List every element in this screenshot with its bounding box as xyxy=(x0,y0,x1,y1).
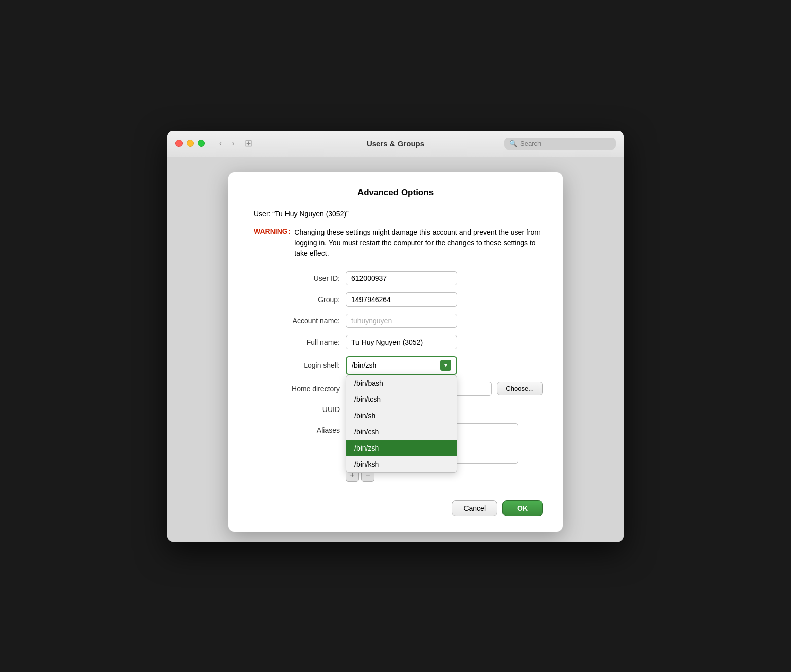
aliases-label: Aliases xyxy=(248,423,340,434)
minimize-button[interactable] xyxy=(187,140,194,147)
back-button[interactable]: ‹ xyxy=(215,137,226,150)
cancel-button[interactable]: Cancel xyxy=(452,500,497,516)
warning-text: Changing these settings might damage thi… xyxy=(294,227,543,259)
forward-button[interactable]: › xyxy=(228,137,238,150)
mac-window: ‹ › ⊞ Users & Groups 🔍 Advanced Options … xyxy=(167,131,624,542)
dialog-title: Advanced Options xyxy=(248,188,543,198)
account-name-label: Account name: xyxy=(248,317,340,325)
full-name-label: Full name: xyxy=(248,338,340,346)
shell-option-zsh[interactable]: /bin/zsh xyxy=(346,440,457,456)
grid-button[interactable]: ⊞ xyxy=(241,136,257,151)
shell-container: /bin/zsh ▾ /bin/bash /bin/tcsh /bin/sh /… xyxy=(346,356,457,375)
account-name-row: Account name: xyxy=(248,314,543,328)
shell-option-sh[interactable]: /bin/sh xyxy=(346,407,457,424)
title-bar: ‹ › ⊞ Users & Groups 🔍 xyxy=(167,131,624,157)
account-name-input[interactable] xyxy=(346,314,457,328)
dialog-footer: Cancel OK xyxy=(248,492,543,516)
login-shell-row: Login shell: /bin/zsh ▾ /bin/bash /bin/t… xyxy=(248,356,543,375)
warning-box: WARNING: Changing these settings might d… xyxy=(254,227,543,259)
warning-label: WARNING: xyxy=(254,227,290,259)
user-id-row: User ID: xyxy=(248,271,543,285)
group-input[interactable] xyxy=(346,292,457,307)
shell-option-csh[interactable]: /bin/csh xyxy=(346,424,457,440)
ok-button[interactable]: OK xyxy=(502,500,543,516)
login-shell-label: Login shell: xyxy=(248,361,340,369)
user-id-label: User ID: xyxy=(248,274,340,282)
shell-option-tcsh[interactable]: /bin/tcsh xyxy=(346,391,457,407)
search-input[interactable] xyxy=(520,140,610,147)
window-title: Users & Groups xyxy=(367,139,424,148)
user-id-input[interactable] xyxy=(346,271,457,285)
group-row: Group: xyxy=(248,292,543,307)
advanced-options-dialog: Advanced Options User: “Tu Huy Nguyen (3… xyxy=(228,172,563,532)
close-button[interactable] xyxy=(175,140,183,147)
search-icon: 🔍 xyxy=(509,140,517,147)
group-label: Group: xyxy=(248,295,340,304)
full-name-input[interactable] xyxy=(346,335,457,349)
home-dir-label: Home directory xyxy=(248,385,340,393)
shell-option-bash[interactable]: /bin/bash xyxy=(346,375,457,391)
full-name-row: Full name: xyxy=(248,335,543,349)
search-bar: 🔍 xyxy=(504,138,616,150)
maximize-button[interactable] xyxy=(198,140,205,147)
window-body: Advanced Options User: “Tu Huy Nguyen (3… xyxy=(167,157,624,542)
uuid-label: UUID xyxy=(248,405,340,414)
traffic-lights xyxy=(175,140,205,147)
shell-dropdown: /bin/bash /bin/tcsh /bin/sh /bin/csh /bi… xyxy=(346,375,457,473)
nav-buttons: ‹ › xyxy=(215,137,239,150)
choose-button[interactable]: Choose... xyxy=(497,382,543,395)
shell-select-display[interactable]: /bin/zsh ▾ xyxy=(346,356,457,375)
shell-dropdown-arrow-icon: ▾ xyxy=(440,360,451,371)
shell-selected-value: /bin/zsh xyxy=(352,361,376,369)
user-label: User: “Tu Huy Nguyen (3052)” xyxy=(254,210,543,218)
shell-option-ksh[interactable]: /bin/ksh xyxy=(346,456,457,472)
